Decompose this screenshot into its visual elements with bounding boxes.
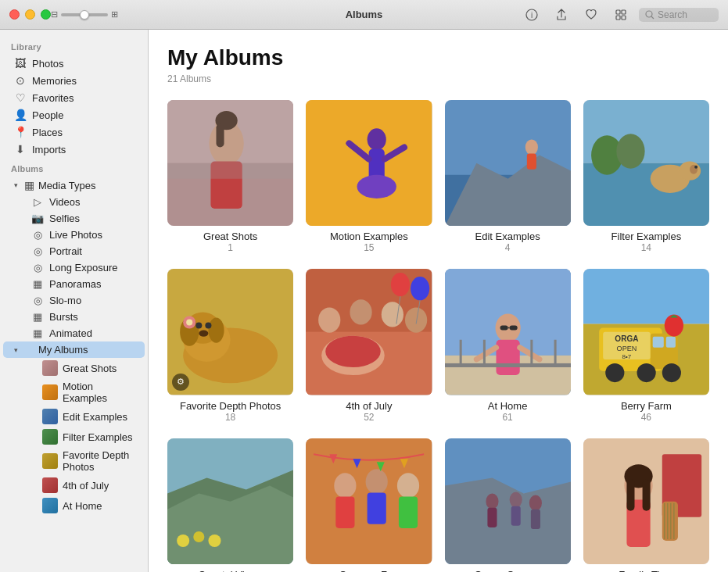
sidebar-my-albums-group[interactable]: ▾ My Albums (3, 341, 145, 358)
export-button[interactable] (609, 6, 633, 23)
sidebar-bursts-label: Bursts (49, 311, 78, 323)
svg-point-93 (193, 531, 204, 542)
sidebar-album-favorite-depth[interactable]: Favorite Depth Photos (3, 447, 145, 475)
sidebar-item-long-exposure[interactable]: ◎ Long Exposure (3, 259, 145, 276)
sidebar-album-at-home[interactable]: At Home (3, 495, 145, 516)
svg-point-31 (616, 134, 644, 168)
sidebar: Library 🖼 Photos ⊙ Memories ♡ Favorites … (0, 30, 149, 572)
my-albums-triangle: ▾ (14, 346, 18, 354)
sidebar-item-imports[interactable]: ⬇ Imports (3, 141, 145, 158)
favorite-depth-count: 18 (225, 412, 235, 423)
search-input[interactable] (658, 9, 712, 20)
svg-text:8•7: 8•7 (622, 353, 631, 360)
sidebar-album-filter-examples[interactable]: Filter Examples (3, 427, 145, 447)
sidebar-item-live-photos[interactable]: ◎ Live Photos (3, 227, 145, 243)
sidebar-long-exposure-label: Long Exposure (49, 262, 117, 273)
sidebar-item-slo-mo[interactable]: ◎ Slo-mo (3, 292, 145, 309)
svg-rect-63 (496, 340, 519, 375)
portrait-icon: ◎ (31, 245, 44, 257)
page-title: My Albums (167, 45, 709, 70)
sidebar-item-photos[interactable]: 🖼 Photos (3, 55, 145, 72)
4th-of-july-thumb (42, 477, 58, 493)
album-card-at-home[interactable]: At Home 61 (445, 269, 571, 422)
albums-section-label: Albums (0, 158, 148, 177)
great-shots-count: 1 (228, 242, 233, 253)
window-title: Albums (346, 9, 383, 20)
sidebar-item-memories[interactable]: ⊙ Memories (3, 72, 145, 89)
svg-point-111 (509, 492, 522, 507)
svg-point-56 (411, 277, 429, 300)
album-card-ocean[interactable]: Ocean Scenes 17 (445, 438, 571, 573)
edit-examples-count: 4 (505, 242, 511, 253)
sidebar-item-selfies[interactable]: 📷 Selfies (3, 210, 145, 227)
close-button[interactable] (9, 9, 20, 20)
share-button[interactable] (550, 6, 573, 23)
svg-point-81 (637, 363, 655, 382)
family-thumb-large (583, 438, 709, 564)
sidebar-item-portrait[interactable]: ◎ Portrait (3, 243, 145, 259)
svg-rect-112 (511, 506, 520, 525)
sidebar-item-videos[interactable]: ▷ Videos (3, 194, 145, 210)
great-shots-name: Great Shots (203, 231, 257, 242)
bursts-icon: ▦ (31, 311, 44, 323)
info-button[interactable]: i (520, 6, 543, 23)
svg-point-55 (391, 273, 410, 296)
my-albums-label: My Albums (38, 344, 88, 356)
sidebar-item-people[interactable]: 👤 People (3, 106, 145, 123)
favorites-icon: ♡ (14, 91, 27, 104)
minimize-button[interactable] (25, 9, 35, 20)
collapse-triangle: ▾ (14, 181, 18, 189)
sidebar-item-bursts[interactable]: ▦ Bursts (3, 309, 145, 325)
sidebar-item-places[interactable]: 📍 Places (3, 123, 145, 141)
sidebar-album-edit-examples[interactable]: Edit Examples (3, 406, 145, 427)
sidebar-album-motion-examples[interactable]: Motion Examples (3, 378, 145, 406)
maximize-button[interactable] (41, 9, 51, 20)
zoom-slider[interactable]: ⊟ ⊞ (51, 9, 118, 20)
album-card-4th-of-july[interactable]: 4th of July 52 (306, 269, 432, 422)
svg-point-113 (529, 495, 541, 510)
svg-point-54 (405, 308, 427, 333)
4th-of-july-count: 52 (364, 412, 374, 423)
motion-examples-thumb-large (306, 100, 432, 226)
album-card-family[interactable]: Family Time 28 (583, 438, 709, 573)
favorite-button[interactable] (579, 6, 603, 23)
svg-rect-79 (666, 337, 676, 348)
filter-examples-name: Filter Examples (611, 231, 682, 242)
edit-examples-thumb-large (445, 100, 571, 226)
svg-point-46 (199, 331, 208, 337)
sidebar-4th-of-july-label: 4th of July (63, 480, 109, 492)
search-bar[interactable] (639, 8, 719, 22)
album-card-edit-examples[interactable]: Edit Examples 4 (445, 100, 571, 253)
media-types-icon: ▦ (23, 179, 35, 191)
album-card-coastal[interactable]: Coastal Views 23 (167, 438, 293, 573)
titlebar: ⊟ ⊞ Albums i (0, 0, 728, 30)
album-card-great-shots[interactable]: Great Shots 1 (167, 100, 293, 253)
sidebar-item-favorites[interactable]: ♡ Favorites (3, 89, 145, 106)
svg-point-26 (525, 139, 537, 155)
at-home-name: At Home (488, 400, 528, 412)
svg-rect-99 (368, 492, 386, 524)
sidebar-item-animated[interactable]: ▦ Animated (3, 325, 145, 341)
sidebar-media-types-group[interactable]: ▾ ▦ Media Types (3, 177, 145, 194)
filter-examples-count: 14 (641, 242, 651, 253)
album-card-favorite-depth[interactable]: ⚙ Favorite Depth Photos 18 (167, 269, 293, 422)
coastal-thumb-large (167, 438, 293, 564)
sidebar-item-panoramas[interactable]: ▦ Panoramas (3, 276, 145, 292)
sidebar-album-4th-of-july[interactable]: 4th of July (3, 475, 145, 495)
family-name: Family Time (619, 569, 673, 572)
live-photos-icon: ◎ (31, 229, 44, 241)
sidebar-slo-mo-label: Slo-mo (49, 295, 81, 306)
album-card-summer[interactable]: Summer Fun 34 (306, 438, 432, 573)
search-icon (645, 10, 654, 20)
album-card-berry-farm[interactable]: ORGA OPEN 8•7 Berry Farm 46 (583, 269, 709, 422)
berry-farm-thumb-large: ORGA OPEN 8•7 (583, 269, 709, 395)
album-card-motion-examples[interactable]: Motion Examples 15 (306, 100, 432, 253)
summer-thumb-large (306, 438, 432, 564)
svg-point-94 (208, 534, 221, 546)
sidebar-portrait-label: Portrait (49, 245, 82, 257)
content-area: My Albums 21 Albums (149, 30, 728, 572)
svg-rect-97 (336, 496, 355, 527)
album-card-filter-examples[interactable]: Filter Examples 14 (583, 100, 709, 253)
sidebar-album-great-shots[interactable]: Great Shots (3, 358, 145, 378)
great-shots-thumb-large (167, 100, 293, 226)
